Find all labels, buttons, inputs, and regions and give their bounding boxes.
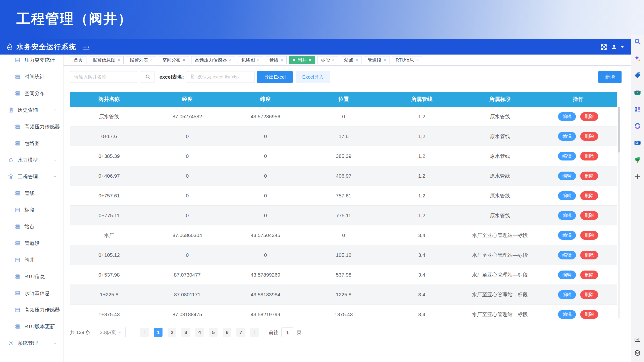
- delete-button[interactable]: 删除: [580, 132, 598, 141]
- excel-name-field[interactable]: [187, 71, 255, 83]
- tab-close-icon[interactable]: ×: [280, 58, 283, 62]
- tab-close-icon[interactable]: ×: [229, 58, 232, 62]
- sidebar-item[interactable]: 管线: [0, 185, 63, 202]
- ext-wallet-icon[interactable]: [634, 139, 641, 146]
- sidebar-item[interactable]: 系统管理: [0, 335, 63, 351]
- next-page-button[interactable]: ›: [250, 328, 259, 337]
- page-button[interactable]: 2: [168, 328, 176, 337]
- edit-button[interactable]: 编辑: [558, 112, 576, 121]
- tab-item[interactable]: 报警列表×: [126, 56, 156, 64]
- delete-button[interactable]: 删除: [580, 152, 598, 160]
- delete-button[interactable]: 删除: [580, 251, 598, 259]
- delete-button[interactable]: 删除: [580, 211, 598, 220]
- ext-search-icon[interactable]: [634, 38, 641, 45]
- edit-button[interactable]: 编辑: [558, 290, 576, 299]
- tab-item[interactable]: 首页: [70, 56, 86, 64]
- delete-button[interactable]: 删除: [580, 310, 598, 319]
- tab-item[interactable]: 包络图×: [238, 56, 263, 64]
- fullscreen-icon[interactable]: [600, 43, 608, 51]
- sidebar-item[interactable]: 水听器信息: [0, 285, 63, 302]
- import-excel-button[interactable]: Excel导入: [296, 71, 330, 83]
- tab-close-icon[interactable]: ×: [332, 58, 335, 62]
- edit-button[interactable]: 编辑: [558, 310, 576, 319]
- edit-button[interactable]: 编辑: [558, 251, 576, 259]
- ext-tag-icon[interactable]: [634, 72, 641, 79]
- sidebar-item[interactable]: 高频压力传感器: [0, 302, 63, 318]
- sidebar-item[interactable]: 工程管理: [0, 168, 63, 185]
- page-button[interactable]: 6: [223, 328, 231, 337]
- edit-button[interactable]: 编辑: [558, 211, 576, 220]
- delete-button[interactable]: 删除: [580, 191, 598, 200]
- tab-item[interactable]: 标段×: [317, 56, 338, 64]
- edit-button[interactable]: 编辑: [558, 152, 576, 160]
- table-scrollbar[interactable]: [618, 107, 620, 319]
- delete-button[interactable]: 删除: [580, 290, 598, 299]
- valve-name-search-input[interactable]: [70, 71, 137, 83]
- sidebar-item[interactable]: 历史查询: [0, 102, 63, 118]
- page-button[interactable]: 3: [181, 328, 190, 337]
- tab-item[interactable]: 高频压力传感器×: [191, 56, 235, 64]
- sidebar-item[interactable]: RTU信息: [0, 268, 63, 285]
- goto-page-input[interactable]: [281, 328, 294, 337]
- page-button[interactable]: 5: [209, 328, 218, 337]
- sidebar-item[interactable]: 压力突变统计: [0, 54, 63, 68]
- excel-name-input[interactable]: [197, 74, 252, 80]
- page-button[interactable]: 7: [236, 328, 245, 337]
- tab-close-icon[interactable]: ×: [384, 58, 386, 62]
- page-size-select[interactable]: 20条/页 ▾: [95, 327, 126, 338]
- delete-button[interactable]: 删除: [580, 112, 598, 121]
- ext-plus-icon[interactable]: [634, 173, 641, 180]
- table-cell: 1,2: [383, 166, 461, 186]
- sidebar-item[interactable]: 水力模型: [0, 152, 63, 168]
- tab-close-icon[interactable]: ×: [118, 58, 120, 62]
- edit-button[interactable]: 编辑: [558, 271, 576, 279]
- edit-button[interactable]: 编辑: [558, 132, 576, 141]
- delete-button[interactable]: 删除: [580, 271, 598, 279]
- sidebar-item[interactable]: 高频压力传感器: [0, 118, 63, 135]
- user-caret-down-icon[interactable]: [621, 45, 624, 48]
- sidebar-item[interactable]: 管道段: [0, 235, 63, 252]
- ext-toolbox-icon[interactable]: [634, 89, 641, 96]
- page-button[interactable]: 4: [195, 328, 204, 337]
- page-button-active[interactable]: 1: [154, 328, 162, 337]
- sidebar-item[interactable]: 空间分布: [0, 85, 63, 102]
- sidebar-item[interactable]: 包络图: [0, 135, 63, 152]
- ext-tree-icon[interactable]: [634, 156, 641, 163]
- ext-sparkle-icon[interactable]: [634, 55, 641, 62]
- user-avatar-icon[interactable]: [611, 44, 617, 50]
- table-scrollbar-thumb[interactable]: [618, 107, 620, 153]
- search-button[interactable]: [141, 71, 155, 83]
- ext-loop-icon[interactable]: [634, 122, 641, 130]
- tab-close-icon[interactable]: ×: [356, 58, 358, 62]
- sidebar-item[interactable]: 站点: [0, 218, 63, 235]
- delete-button[interactable]: 删除: [580, 231, 598, 240]
- tab-item[interactable]: 站点×: [341, 56, 362, 64]
- edit-button[interactable]: 编辑: [558, 172, 576, 180]
- edit-button[interactable]: 编辑: [558, 191, 576, 200]
- panel-collapse-icon[interactable]: [634, 337, 641, 343]
- tab-close-icon[interactable]: ×: [309, 58, 311, 62]
- ext-chess-icon[interactable]: [634, 105, 641, 113]
- tab-item[interactable]: 管道段×: [364, 56, 390, 64]
- tab-label: 阀井: [298, 57, 307, 63]
- tab-item[interactable]: RTU信息×: [392, 56, 422, 64]
- tab-active[interactable]: 阀井×: [289, 56, 315, 64]
- sidebar-item[interactable]: RTU版本更新: [0, 318, 63, 335]
- add-new-button[interactable]: 新增: [598, 71, 622, 83]
- tab-close-icon[interactable]: ×: [416, 58, 419, 62]
- sidebar-item[interactable]: 标段: [0, 202, 63, 218]
- tab-item[interactable]: 管线×: [266, 56, 286, 64]
- edit-button[interactable]: 编辑: [558, 231, 576, 240]
- tab-item[interactable]: 空间分布×: [159, 56, 189, 64]
- tab-close-icon[interactable]: ×: [183, 58, 185, 62]
- prev-page-button[interactable]: ‹: [140, 328, 149, 337]
- tab-item[interactable]: 报警信息图×: [89, 56, 124, 64]
- delete-button[interactable]: 删除: [580, 172, 598, 180]
- strip-gear-icon[interactable]: [634, 350, 641, 356]
- sidebar-item[interactable]: 时间统计: [0, 68, 63, 85]
- sidebar-item[interactable]: 阀井: [0, 252, 63, 268]
- collapse-menu-icon[interactable]: [82, 44, 90, 50]
- tab-close-icon[interactable]: ×: [257, 58, 260, 62]
- export-excel-button[interactable]: 导出Excel: [257, 71, 293, 83]
- tab-close-icon[interactable]: ×: [150, 58, 152, 62]
